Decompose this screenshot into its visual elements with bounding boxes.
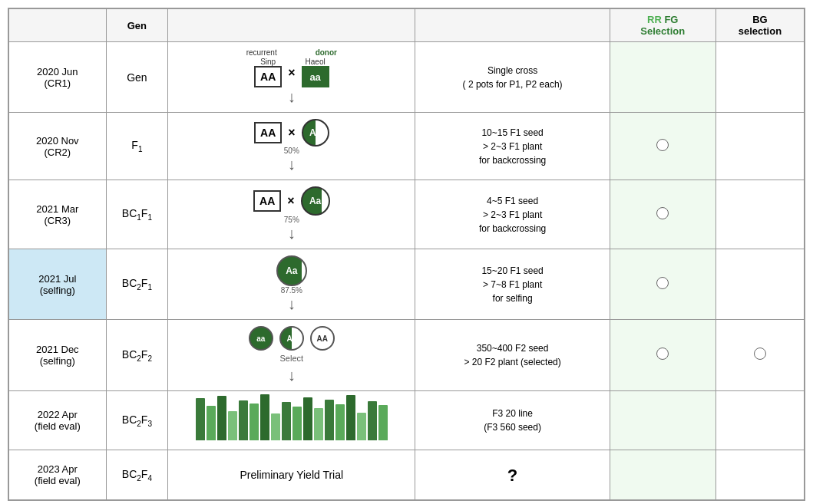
field-bar	[303, 397, 312, 440]
date-selfing1: 2021 Jul(selfing)	[9, 249, 107, 320]
field-bar	[282, 402, 291, 440]
question-mark: ?	[507, 466, 517, 485]
rr-bc2f3	[610, 391, 716, 450]
radio-rr-bc2f2[interactable]	[656, 348, 669, 360]
select-label: Select	[280, 354, 304, 363]
bg-bc2f1	[716, 249, 804, 320]
arrow-1: ↓	[288, 87, 296, 106]
pct-50: 50%	[284, 147, 299, 155]
field-bar	[260, 394, 269, 440]
gen-bc2f4: BC2F4	[106, 450, 168, 500]
circle-bc1f1: Aa	[301, 186, 330, 216]
gen-bc1f1: BC1F1	[106, 180, 168, 249]
field-bar	[217, 396, 226, 440]
rr-bc1f1	[610, 180, 716, 249]
date-cr1: 2020 Jun(CR1)	[9, 42, 107, 113]
donor-label: donor	[316, 48, 337, 57]
field-bar	[357, 413, 366, 440]
field-bar	[335, 404, 345, 440]
circle-f1: Aa	[302, 119, 329, 147]
field-bar	[346, 395, 355, 440]
preliminary-yield-label: Preliminary Yield Trial	[240, 469, 344, 481]
desc-bc2f2: 350~400 F2 seed> 20 F2 plant (selected)	[415, 320, 610, 391]
date-selfing2: 2021 Dec(selfing)	[9, 320, 107, 391]
field-bar	[250, 404, 259, 440]
circle-aa-small-het: Aa	[279, 326, 304, 351]
rr-bc2f2	[610, 320, 716, 391]
field-bar	[207, 406, 216, 440]
haeol-label: Haeol	[306, 58, 326, 66]
pct-875: 87.5%	[281, 286, 302, 295]
field-bar	[292, 407, 302, 440]
desc-f1: 10~15 F1 seed> 2~3 F1 plantfor backcross…	[415, 113, 610, 180]
aa-box-donor: aa	[302, 66, 329, 87]
gen-bc2f2: BC2F2	[106, 320, 168, 391]
main-table-wrapper: Gen RR FGSelection BGselection 2020 Jun(…	[8, 8, 805, 501]
circle-aa-small-donor: aa	[249, 326, 273, 351]
date-cr2: 2020 Nov(CR2)	[9, 113, 107, 180]
header-date	[9, 9, 107, 42]
diagram-bc2f3	[168, 391, 415, 450]
circle-aa-small-wt: AA	[310, 326, 335, 351]
radio-rr-bc1f1[interactable]	[656, 207, 669, 219]
arrow-3: ↓	[288, 224, 296, 242]
desc-bc2f4: ?	[415, 450, 610, 500]
gen-f1: F1	[106, 113, 168, 180]
aa-box-f1: AA	[254, 122, 282, 143]
bg-bc2f3	[716, 391, 804, 450]
arrow-5: ↓	[288, 366, 296, 384]
field-bar	[325, 400, 334, 440]
radio-rr-bc2f1[interactable]	[656, 277, 669, 289]
diagram-cr1: recurrent donor Sinp AA × Haeol aa	[168, 42, 415, 113]
bg-f1	[716, 113, 804, 180]
rr-cr1	[610, 42, 716, 113]
gen-cr1: Gen	[106, 42, 168, 113]
desc-bc2f1: 15~20 F1 seed> 7~8 F1 plantfor selfing	[415, 249, 610, 320]
bg-bc2f2	[716, 320, 804, 391]
header-gen: Gen	[106, 9, 168, 42]
cross-symbol-1: ×	[288, 66, 295, 80]
bg-cr1	[716, 42, 804, 113]
arrow-4: ↓	[288, 295, 296, 313]
desc-bc2f3: F3 20 line(F3 560 seed)	[415, 391, 610, 450]
desc-bc1f1: 4~5 F1 seed> 2~3 F1 plantfor backcrossin…	[415, 180, 610, 249]
diagram-bc1f1: AA × Aa 75% ↓	[168, 180, 415, 249]
pct-75: 75%	[284, 216, 299, 224]
date-field2: 2023 Apr(field eval)	[9, 450, 107, 500]
diagram-bc2f1: Aa 87.5% ↓	[168, 249, 415, 320]
header-rr: RR FGSelection	[610, 9, 716, 42]
bg-bc1f1	[716, 180, 804, 249]
diagram-f1: AA × Aa 50% ↓	[168, 113, 415, 180]
field-bar	[228, 411, 237, 440]
gen-bc2f1: BC2F1	[106, 249, 168, 320]
field-bar	[271, 413, 280, 440]
radio-bg-bc2f2[interactable]	[754, 348, 766, 360]
field-bar	[196, 398, 205, 440]
date-field1: 2022 Apr(field eval)	[9, 391, 107, 450]
recurrent-label: recurrent	[246, 48, 277, 57]
aa-box-recurrent: AA	[254, 66, 282, 87]
cross-symbol-3: ×	[287, 194, 294, 208]
date-cr3: 2021 Mar(CR3)	[9, 180, 107, 249]
gen-bc2f3: BC2F3	[106, 391, 168, 450]
rr-f1	[610, 113, 716, 180]
circle-bc2f1: Aa	[276, 255, 307, 286]
radio-rr-f1[interactable]	[656, 139, 669, 151]
field-bar	[378, 405, 388, 440]
header-desc	[415, 9, 610, 42]
arrow-2: ↓	[288, 155, 296, 173]
diagram-bc2f2: aa Aa AA	[168, 320, 415, 391]
aa-box-bc1f1: AA	[253, 190, 281, 212]
diagram-bc2f4: Preliminary Yield Trial	[168, 450, 415, 500]
field-bar	[368, 401, 377, 440]
rr-bc2f1	[610, 249, 716, 320]
desc-cr1: Single cross( 2 pots for P1, P2 each)	[415, 42, 610, 113]
field-bar	[314, 408, 323, 440]
rr-bc2f4	[610, 450, 716, 500]
header-bg: BGselection	[716, 9, 804, 42]
sinp-label: Sinp	[260, 58, 276, 66]
cross-symbol-2: ×	[288, 126, 295, 140]
header-diagram	[168, 9, 415, 42]
bg-bc2f4	[716, 450, 804, 500]
field-bars	[171, 397, 411, 443]
